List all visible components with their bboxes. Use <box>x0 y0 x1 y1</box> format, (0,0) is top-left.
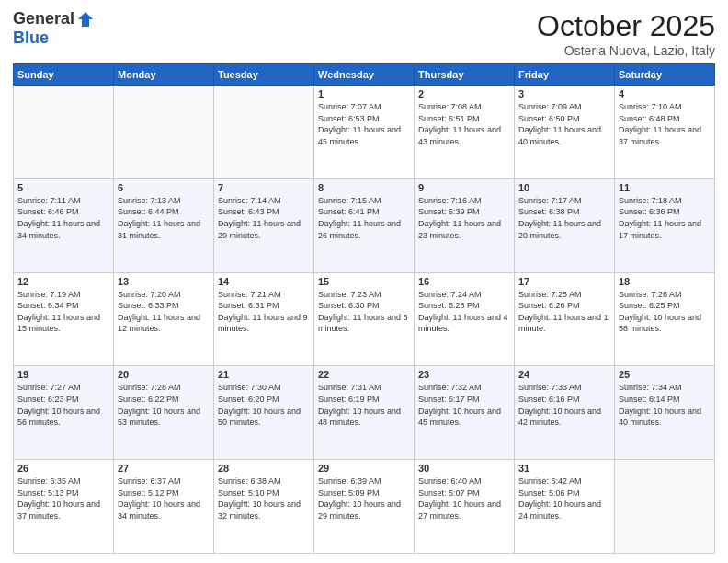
day-cell-w0-d3: 1Sunrise: 7:07 AMSunset: 6:53 PMDaylight… <box>314 86 415 179</box>
day-cell-w2-d0: 12Sunrise: 7:19 AMSunset: 6:34 PMDayligh… <box>14 272 114 366</box>
location: Osteria Nuova, Lazio, Italy <box>537 43 715 58</box>
day-info: Sunrise: 7:30 AMSunset: 6:20 PMDaylight:… <box>218 382 310 428</box>
day-number: 9 <box>418 182 510 193</box>
day-info: Sunrise: 7:15 AMSunset: 6:41 PMDaylight:… <box>318 195 410 241</box>
day-cell-w3-d3: 22Sunrise: 7:31 AMSunset: 6:19 PMDayligh… <box>314 366 415 460</box>
day-number: 6 <box>118 182 210 193</box>
day-cell-w2-d1: 13Sunrise: 7:20 AMSunset: 6:33 PMDayligh… <box>114 272 214 366</box>
day-cell-w0-d5: 3Sunrise: 7:09 AMSunset: 6:50 PMDaylight… <box>515 86 615 179</box>
day-number: 29 <box>318 463 410 474</box>
day-number: 27 <box>118 463 210 474</box>
day-cell-w0-d2 <box>214 86 314 179</box>
day-info: Sunrise: 7:34 AMSunset: 6:14 PMDaylight:… <box>619 382 711 428</box>
day-info: Sunrise: 7:23 AMSunset: 6:30 PMDaylight:… <box>318 289 410 335</box>
day-cell-w1-d2: 7Sunrise: 7:14 AMSunset: 6:43 PMDaylight… <box>214 178 314 272</box>
day-number: 28 <box>218 463 310 474</box>
day-info: Sunrise: 7:10 AMSunset: 6:48 PMDaylight:… <box>619 101 711 147</box>
day-cell-w3-d4: 23Sunrise: 7:32 AMSunset: 6:17 PMDayligh… <box>415 366 515 460</box>
header-tuesday: Tuesday <box>214 64 314 86</box>
day-cell-w3-d5: 24Sunrise: 7:33 AMSunset: 6:16 PMDayligh… <box>515 366 615 460</box>
day-cell-w3-d1: 20Sunrise: 7:28 AMSunset: 6:22 PMDayligh… <box>114 366 214 460</box>
day-number: 20 <box>118 369 210 380</box>
day-info: Sunrise: 7:11 AMSunset: 6:46 PMDaylight:… <box>17 195 109 241</box>
day-info: Sunrise: 6:38 AMSunset: 5:10 PMDaylight:… <box>218 476 310 522</box>
day-number: 10 <box>518 182 610 193</box>
week-row-3: 19Sunrise: 7:27 AMSunset: 6:23 PMDayligh… <box>14 366 715 460</box>
day-cell-w4-d1: 27Sunrise: 6:37 AMSunset: 5:12 PMDayligh… <box>114 460 214 554</box>
day-number: 19 <box>17 369 109 380</box>
day-info: Sunrise: 7:32 AMSunset: 6:17 PMDaylight:… <box>418 382 510 428</box>
day-number: 5 <box>17 182 109 193</box>
calendar: Sunday Monday Tuesday Wednesday Thursday… <box>13 63 715 554</box>
day-number: 25 <box>619 369 711 380</box>
day-number: 22 <box>318 369 410 380</box>
day-cell-w2-d4: 16Sunrise: 7:24 AMSunset: 6:28 PMDayligh… <box>415 272 515 366</box>
day-number: 21 <box>218 369 310 380</box>
day-number: 4 <box>619 88 711 99</box>
header-thursday: Thursday <box>415 64 515 86</box>
title-section: October 2025 Osteria Nuova, Lazio, Italy <box>537 9 715 58</box>
day-cell-w0-d1 <box>114 86 214 179</box>
day-cell-w1-d0: 5Sunrise: 7:11 AMSunset: 6:46 PMDaylight… <box>14 178 114 272</box>
day-cell-w4-d4: 30Sunrise: 6:40 AMSunset: 5:07 PMDayligh… <box>415 460 515 554</box>
day-number: 24 <box>518 369 610 380</box>
day-cell-w2-d5: 17Sunrise: 7:25 AMSunset: 6:26 PMDayligh… <box>515 272 615 366</box>
day-number: 2 <box>418 88 510 99</box>
day-number: 11 <box>619 182 711 193</box>
day-info: Sunrise: 7:07 AMSunset: 6:53 PMDaylight:… <box>318 101 410 147</box>
day-info: Sunrise: 7:18 AMSunset: 6:36 PMDaylight:… <box>619 195 711 241</box>
day-cell-w1-d3: 8Sunrise: 7:15 AMSunset: 6:41 PMDaylight… <box>314 178 415 272</box>
day-number: 23 <box>418 369 510 380</box>
day-info: Sunrise: 7:20 AMSunset: 6:33 PMDaylight:… <box>118 289 210 335</box>
day-info: Sunrise: 6:39 AMSunset: 5:09 PMDaylight:… <box>318 476 410 522</box>
day-info: Sunrise: 7:31 AMSunset: 6:19 PMDaylight:… <box>318 382 410 428</box>
page: General Blue October 2025 Osteria Nuova,… <box>0 0 728 563</box>
logo: General Blue <box>13 9 95 48</box>
day-number: 31 <box>518 463 610 474</box>
day-cell-w2-d3: 15Sunrise: 7:23 AMSunset: 6:30 PMDayligh… <box>314 272 415 366</box>
day-number: 12 <box>17 276 109 287</box>
day-cell-w0-d0 <box>14 86 114 179</box>
day-info: Sunrise: 7:27 AMSunset: 6:23 PMDaylight:… <box>17 382 109 428</box>
day-number: 17 <box>518 276 610 287</box>
week-row-0: 1Sunrise: 7:07 AMSunset: 6:53 PMDaylight… <box>14 86 715 179</box>
logo-blue-text: Blue <box>13 29 49 48</box>
week-row-1: 5Sunrise: 7:11 AMSunset: 6:46 PMDaylight… <box>14 178 715 272</box>
day-cell-w1-d1: 6Sunrise: 7:13 AMSunset: 6:44 PMDaylight… <box>114 178 214 272</box>
day-info: Sunrise: 7:33 AMSunset: 6:16 PMDaylight:… <box>518 382 610 428</box>
day-number: 26 <box>17 463 109 474</box>
day-number: 13 <box>118 276 210 287</box>
header-friday: Friday <box>515 64 615 86</box>
day-number: 7 <box>218 182 310 193</box>
day-info: Sunrise: 7:21 AMSunset: 6:31 PMDaylight:… <box>218 289 310 335</box>
month-title: October 2025 <box>537 9 715 43</box>
header-sunday: Sunday <box>14 64 114 86</box>
day-info: Sunrise: 7:24 AMSunset: 6:28 PMDaylight:… <box>418 289 510 335</box>
header-monday: Monday <box>114 64 214 86</box>
day-number: 15 <box>318 276 410 287</box>
day-info: Sunrise: 7:13 AMSunset: 6:44 PMDaylight:… <box>118 195 210 241</box>
day-cell-w4-d3: 29Sunrise: 6:39 AMSunset: 5:09 PMDayligh… <box>314 460 415 554</box>
day-cell-w4-d6 <box>615 460 715 554</box>
day-number: 16 <box>418 276 510 287</box>
day-info: Sunrise: 7:14 AMSunset: 6:43 PMDaylight:… <box>218 195 310 241</box>
day-info: Sunrise: 7:09 AMSunset: 6:50 PMDaylight:… <box>518 101 610 147</box>
day-cell-w1-d4: 9Sunrise: 7:16 AMSunset: 6:39 PMDaylight… <box>415 178 515 272</box>
day-cell-w3-d2: 21Sunrise: 7:30 AMSunset: 6:20 PMDayligh… <box>214 366 314 460</box>
day-info: Sunrise: 6:35 AMSunset: 5:13 PMDaylight:… <box>17 476 109 522</box>
header-wednesday: Wednesday <box>314 64 415 86</box>
day-number: 30 <box>418 463 510 474</box>
header: General Blue October 2025 Osteria Nuova,… <box>13 9 715 58</box>
day-cell-w2-d2: 14Sunrise: 7:21 AMSunset: 6:31 PMDayligh… <box>214 272 314 366</box>
day-info: Sunrise: 7:08 AMSunset: 6:51 PMDaylight:… <box>418 101 510 147</box>
day-number: 8 <box>318 182 410 193</box>
day-info: Sunrise: 6:37 AMSunset: 5:12 PMDaylight:… <box>118 476 210 522</box>
day-cell-w1-d5: 10Sunrise: 7:17 AMSunset: 6:38 PMDayligh… <box>515 178 615 272</box>
day-info: Sunrise: 7:25 AMSunset: 6:26 PMDaylight:… <box>518 289 610 335</box>
day-number: 14 <box>218 276 310 287</box>
day-cell-w4-d2: 28Sunrise: 6:38 AMSunset: 5:10 PMDayligh… <box>214 460 314 554</box>
weekday-header-row: Sunday Monday Tuesday Wednesday Thursday… <box>14 64 715 86</box>
day-cell-w2-d6: 18Sunrise: 7:26 AMSunset: 6:25 PMDayligh… <box>615 272 715 366</box>
logo-general-text: General <box>13 9 74 29</box>
day-number: 18 <box>619 276 711 287</box>
